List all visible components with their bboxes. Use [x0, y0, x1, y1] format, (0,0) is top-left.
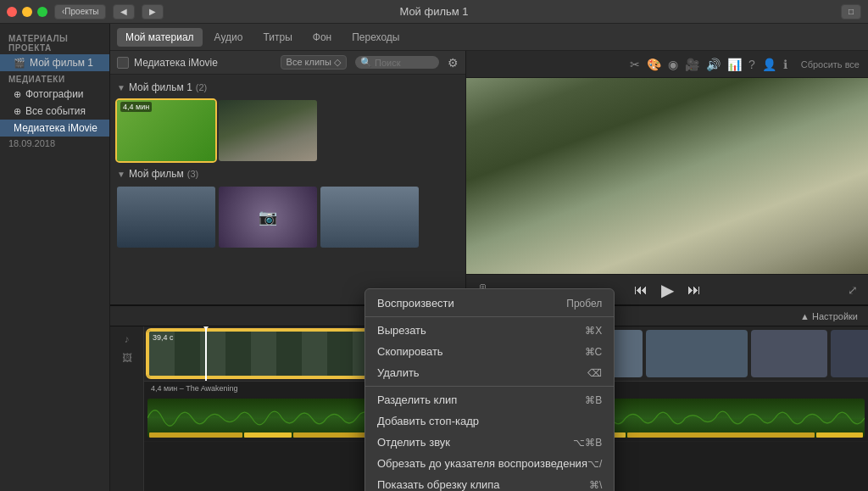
search-box: 🔍: [355, 56, 439, 69]
tab-titles[interactable]: Титры: [254, 28, 300, 47]
media-grid-2: 📷: [110, 183, 465, 251]
sidebar-item-imovielibrary[interactable]: Медиатека iMovie: [0, 120, 109, 137]
search-icon: 🔍: [360, 57, 372, 68]
window-title: Мой фильм 1: [399, 5, 468, 18]
menu-item-detach-audio[interactable]: Отделить звук ⌥⌘B: [365, 432, 614, 453]
person-icon[interactable]: 👤: [762, 58, 776, 71]
sidebar-item-photos[interactable]: ⊕ Фотографии: [0, 86, 109, 103]
titlebar: ‹ Проекты ◀ ▶ Мой фильм 1 □: [0, 0, 868, 24]
menu-item-freeze[interactable]: Добавить стоп-кадр: [365, 410, 614, 432]
media-group-header-2: ▼ Мой фильм (3): [110, 165, 465, 183]
play-button[interactable]: ▶: [661, 280, 674, 300]
crop-icon[interactable]: ✂: [630, 58, 640, 71]
sidebar-item-myfilm[interactable]: 🎬 Мой фильм 1: [0, 54, 109, 71]
checkbox-icon[interactable]: [117, 57, 129, 69]
minimize-button[interactable]: [22, 7, 32, 17]
group1-count: (2): [196, 82, 207, 92]
sidebar-photos-label: Фотографии: [25, 88, 84, 100]
menu-item-show-trim[interactable]: Показать обрезку клипа ⌘\: [365, 474, 614, 491]
sidebar-myfilm-label: Мой фильм 1: [30, 57, 93, 69]
group2-name: Мой фильм: [129, 168, 184, 180]
photos-icon: ⊕: [14, 89, 21, 100]
menu-split-shortcut: ⌘B: [585, 394, 602, 406]
search-input[interactable]: [375, 58, 434, 68]
menu-item-copy[interactable]: Скопировать ⌘C: [365, 341, 614, 362]
top-toolbar: Мой материал Аудио Титры Фон Переходы: [110, 24, 868, 51]
menu-item-cut[interactable]: Вырезать ⌘X: [365, 320, 614, 341]
photo-gutter-icon[interactable]: 🖼: [122, 352, 132, 364]
preview-toolbar: ✂ 🎨 ◉ 🎥 🔊 📊 ? 👤 ℹ Сбросить все: [466, 51, 868, 78]
media-thumb-hand[interactable]: [320, 187, 419, 248]
menu-item-trim-playhead[interactable]: Обрезать до указателя воспроизведения ⌥/: [365, 453, 614, 474]
menu-freeze-label: Добавить стоп-кадр: [377, 415, 479, 427]
menu-cut-label: Вырезать: [377, 324, 426, 337]
next-button[interactable]: ▶: [142, 4, 164, 20]
clips-filter-button[interactable]: Все клипы ◇: [281, 55, 347, 70]
clip-right-2[interactable]: [646, 330, 748, 377]
timeline-settings-button[interactable]: ▲ Настройки: [800, 311, 858, 321]
media-thumb-rocks[interactable]: [219, 100, 317, 161]
group1-name: Мой фильм 1: [129, 81, 192, 93]
video-icon[interactable]: 🎥: [685, 58, 699, 71]
menu-play-shortcut: Пробел: [566, 298, 602, 310]
menu-copy-label: Скопировать: [377, 345, 443, 358]
timeline-settings-icon: ▲: [800, 311, 810, 321]
menu-item-split[interactable]: Разделить клип ⌘B: [365, 389, 614, 410]
timeline-gutter: ♪ 🖼: [110, 326, 144, 491]
reset-all-label[interactable]: Сбросить все: [801, 59, 860, 70]
collapse-icon-2[interactable]: ▼: [117, 170, 125, 179]
chart-icon[interactable]: 📊: [727, 58, 742, 71]
audio-icon[interactable]: 🔊: [706, 58, 721, 71]
maximize-button[interactable]: [37, 7, 47, 17]
media-thumb-eiffel[interactable]: [117, 187, 215, 248]
timeline-settings-label: Настройки: [812, 311, 858, 321]
skip-back-button[interactable]: ⏮: [634, 282, 648, 298]
titlebar-right: □: [834, 4, 861, 20]
back-button[interactable]: ‹ Проекты: [54, 4, 106, 20]
tab-mymaterial[interactable]: Мой материал: [117, 28, 203, 47]
camera-icon: 📷: [259, 208, 277, 226]
media-thumb-circle[interactable]: 📷: [219, 187, 317, 248]
prev-button[interactable]: ◀: [113, 4, 135, 20]
menu-play-label: Воспроизвести: [377, 297, 454, 310]
media-browser-toolbar: Медиатека iMovie Все клипы ◇ 🔍 ⚙: [110, 51, 465, 75]
note-icon[interactable]: ♪: [125, 333, 130, 345]
color-icon[interactable]: 🎨: [647, 58, 661, 71]
clip-right-4[interactable]: [831, 330, 868, 377]
menu-showtrim-shortcut: ⌘\: [589, 479, 602, 491]
collapse-icon-1[interactable]: ▼: [117, 83, 125, 92]
tab-transitions[interactable]: Переходы: [343, 28, 408, 47]
media-thumb-green[interactable]: 4,4 мин: [117, 100, 215, 161]
skip-forward-button[interactable]: ⏭: [687, 282, 701, 298]
sidebar: МАТЕРИАЛЫ ПРОЕКТА 🎬 Мой фильм 1 МЕДИАТЕК…: [0, 24, 110, 491]
preview-panel: ✂ 🎨 ◉ 🎥 🔊 📊 ? 👤 ℹ Сбросить все 🎙 ⏮ ▶: [466, 51, 868, 304]
preview-video: [466, 78, 868, 274]
clip-right-3[interactable]: [751, 330, 827, 377]
info-icon[interactable]: ℹ: [783, 58, 787, 71]
fullscreen-icon[interactable]: ⤢: [848, 283, 858, 297]
playhead: [205, 326, 207, 381]
film-icon: 🎬: [14, 58, 25, 69]
events-icon: ⊕: [14, 106, 21, 117]
tab-audio[interactable]: Аудио: [206, 28, 252, 47]
question-icon[interactable]: ?: [748, 58, 755, 71]
media-browser: Медиатека iMovie Все клипы ◇ 🔍 ⚙ ▼ Мой ф…: [110, 51, 466, 304]
media-content: ▼ Мой фильм 1 (2) 4,4 мин: [110, 75, 465, 304]
menu-delete-shortcut: ⌫: [587, 367, 602, 379]
share-button[interactable]: □: [841, 4, 861, 20]
back-label: Проекты: [64, 7, 98, 16]
browser-library-label: Медиатека iMovie: [134, 57, 218, 69]
menu-item-play[interactable]: Воспроизвести Пробел: [365, 293, 614, 314]
menu-item-delete[interactable]: Удалить ⌫: [365, 362, 614, 383]
sidebar-item-allevents[interactable]: ⊕ Все события: [0, 103, 109, 120]
media-group-header-1: ▼ Мой фильм 1 (2): [110, 78, 465, 97]
menu-detach-label: Отделить звук: [377, 436, 450, 449]
close-button[interactable]: [7, 7, 17, 17]
group2-count: (3): [187, 169, 198, 179]
menu-delete-label: Удалить: [377, 366, 420, 379]
menu-split-label: Разделить клип: [377, 393, 457, 406]
filter-icon[interactable]: ◉: [668, 58, 678, 71]
gear-icon[interactable]: ⚙: [448, 56, 459, 70]
tab-background[interactable]: Фон: [304, 28, 340, 47]
menu-divider-2: [365, 386, 614, 387]
